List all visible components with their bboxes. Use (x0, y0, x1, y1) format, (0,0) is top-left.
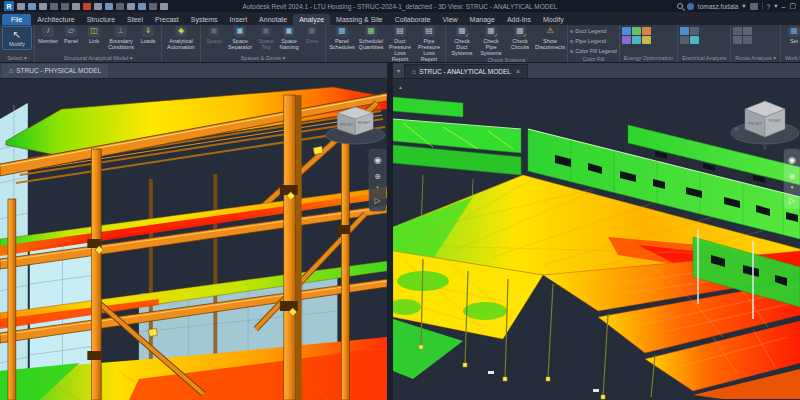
color-fill-legend-button[interactable]: ≡ Color Fill Legend (570, 46, 617, 55)
modify-button[interactable]: ↖ Modify (2, 26, 32, 50)
user-avatar[interactable] (687, 3, 694, 10)
tab-architecture[interactable]: Architecture (31, 14, 80, 25)
duct-pressure-loss-report-button[interactable]: ▤ Duct Pressure Loss Report (386, 26, 414, 62)
steering-wheel-icon[interactable]: ◉ (374, 155, 382, 165)
view-tab-physical-model[interactable]: ⌂ STRUC - PHYSICAL MODEL (2, 64, 108, 78)
space-naming-button[interactable]: ▣ Space Naming (278, 26, 300, 50)
panel-label-work-plane[interactable]: Work Plane (783, 54, 800, 62)
zone-button[interactable]: ▣ Zone (301, 26, 323, 44)
navigation-bar[interactable]: ◉ ⊕ ▾ ▷ (369, 149, 386, 211)
panel-label-check[interactable]: Check Systems (448, 56, 565, 63)
app-store-icon[interactable] (750, 3, 758, 10)
orbit-icon[interactable]: ▷ (375, 196, 382, 205)
electrical-settings-icon[interactable] (680, 27, 689, 35)
steering-wheel-icon[interactable]: ◉ (788, 155, 796, 165)
tab-manage[interactable]: Manage (464, 14, 501, 25)
tab-modify[interactable]: Modify (537, 14, 570, 25)
minimize-icon[interactable]: – (781, 3, 785, 10)
analytical-model-canvas[interactable]: ▴ FRONT RIGHT W S ◉ ⊕ ▾ ▷ (393, 79, 800, 400)
electrical-load-icon[interactable] (690, 27, 699, 35)
path-of-travel-icon[interactable] (733, 27, 742, 35)
set-work-plane-button[interactable]: ▦ Set (783, 26, 800, 44)
tab-massing-site[interactable]: Massing & Site (330, 14, 389, 25)
scroll-up-icon[interactable]: ▴ (399, 84, 402, 90)
space-tag-button[interactable]: ▣ Space Tag (255, 26, 277, 50)
panel-label-select[interactable]: Select ▾ (2, 54, 32, 62)
default-3d-view-icon[interactable] (138, 3, 146, 10)
show-disconnects-button[interactable]: ⚠ Show Disconnects (535, 26, 565, 50)
space-separator-button[interactable]: ▣ Space Separator (226, 26, 254, 50)
space-button[interactable]: ▣ Space (203, 26, 225, 44)
create-energy-model-icon[interactable] (632, 27, 641, 35)
boundary-conditions-button[interactable]: ⊥ Boundary Conditions (106, 26, 136, 50)
panel-label-route[interactable]: Route Analysis ▾ (733, 54, 778, 62)
save-icon[interactable] (28, 3, 36, 10)
tab-insert[interactable]: Insert (224, 14, 254, 25)
help-dropdown-icon[interactable]: ▾ (774, 2, 777, 10)
sync-icon[interactable] (39, 3, 47, 10)
panel-label-color-fill[interactable]: Color Fill (570, 55, 617, 63)
tab-overflow-icon[interactable]: ▾ (395, 67, 402, 74)
tab-analyze[interactable]: Analyze (293, 14, 330, 25)
member-button[interactable]: / Member (37, 26, 59, 44)
username[interactable]: tomasz.fudala (698, 3, 738, 10)
results-icon[interactable] (642, 36, 651, 44)
tab-structure[interactable]: Structure (81, 14, 121, 25)
tab-collaborate[interactable]: Collaborate (389, 14, 437, 25)
panel-label-sam[interactable]: Structural Analytical Model ▾ (37, 54, 159, 62)
panel-label-electrical[interactable]: Electrical Analysis (680, 54, 728, 62)
duct-legend-button[interactable]: ≡ Duct Legend (570, 26, 606, 35)
route-update-icon[interactable] (733, 36, 742, 44)
tab-systems[interactable]: Systems (185, 14, 224, 25)
panel-button[interactable]: ▱ Panel (60, 26, 82, 44)
restore-icon[interactable]: ▢ (789, 2, 796, 10)
revit-logo[interactable]: R (4, 1, 14, 11)
transfer-icon[interactable] (83, 3, 91, 10)
panel-schedules-button[interactable]: ▦ Panel Schedules (328, 26, 356, 50)
tab-view[interactable]: View (437, 14, 464, 25)
energy-settings-icon[interactable] (622, 27, 631, 35)
electrical-check-icon[interactable] (690, 36, 699, 44)
check-circuits-button[interactable]: ▦ ✓ Check Circuits (506, 26, 534, 50)
pipe-pressure-loss-report-button[interactable]: ▤ Pipe Pressure Loss Report (415, 26, 443, 62)
tab-annotate[interactable]: Annotate (253, 14, 293, 25)
check-pipe-systems-button[interactable]: ▦ ✓ Check Pipe Systems (477, 26, 505, 56)
route-delete-icon[interactable] (743, 36, 752, 44)
help-icon[interactable]: ? (767, 3, 771, 10)
thin-lines-icon[interactable] (160, 3, 168, 10)
tab-add-ins[interactable]: Add-Ins (501, 14, 537, 25)
orbit-icon[interactable]: ▷ (789, 196, 796, 205)
pipe-legend-button[interactable]: ≡ Pipe Legend (570, 36, 606, 45)
undo-icon[interactable] (50, 3, 58, 10)
navigation-bar[interactable]: ◉ ⊕ ▾ ▷ (784, 149, 800, 209)
analytical-automation-button[interactable]: ◈ Analytical Automation (164, 26, 198, 50)
section-icon[interactable] (149, 3, 157, 10)
loads-button[interactable]: ⇓ Loads (137, 26, 159, 44)
zoom-icon[interactable]: ⊕ (374, 172, 381, 181)
schedule-quantities-button[interactable]: ▦ Schedule/ Quantities (357, 26, 385, 50)
panel-label-spaces[interactable]: Spaces & Zones ▾ (203, 54, 323, 62)
tab-file[interactable]: File (2, 14, 31, 25)
close-view-icon[interactable]: × (516, 68, 520, 75)
measure-icon[interactable] (94, 3, 102, 10)
electrical-report-icon[interactable] (680, 36, 689, 44)
tab-precast[interactable]: Precast (149, 14, 185, 25)
check-duct-systems-button[interactable]: ▦ ✓ Check Duct Systems (448, 26, 476, 56)
user-dropdown-icon[interactable]: ▾ (742, 2, 745, 10)
link-button[interactable]: ◫ Link (83, 26, 105, 44)
open-icon[interactable] (17, 3, 25, 10)
tab-steel[interactable]: Steel (121, 14, 149, 25)
zoom-icon[interactable]: ⊕ (789, 172, 796, 181)
systems-analysis-icon[interactable] (632, 36, 641, 44)
panel-label-energy[interactable]: Energy Optimization (622, 54, 676, 62)
physical-model-canvas[interactable]: FRONT RIGHT ◉ ⊕ ▾ ▷ (0, 79, 387, 400)
route-settings-icon[interactable] (743, 27, 752, 35)
align-icon[interactable] (105, 3, 113, 10)
tag-icon[interactable] (127, 3, 135, 10)
generate-icon[interactable] (642, 27, 651, 35)
print-icon[interactable] (72, 3, 80, 10)
search-icon[interactable] (677, 3, 683, 9)
view-tab-analytical-model[interactable]: ⌂ STRUC - ANALYTICAL MODEL × (404, 64, 528, 78)
redo-icon[interactable] (61, 3, 69, 10)
optimize-icon[interactable] (622, 36, 631, 44)
